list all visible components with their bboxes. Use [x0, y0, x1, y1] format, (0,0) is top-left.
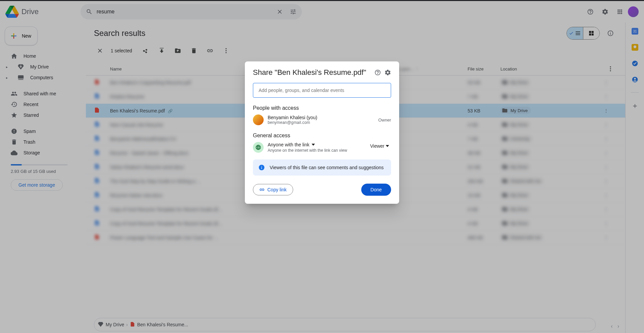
- general-access-label: General access: [253, 133, 391, 139]
- link-access-row: Anyone with the link Anyone on the inter…: [253, 142, 391, 153]
- owner-role: Owner: [378, 117, 391, 123]
- owner-name: Benyamin Khalesi (you): [268, 115, 317, 120]
- banner-text: Viewers of this file can see comments an…: [270, 165, 384, 170]
- owner-avatar: [253, 114, 264, 125]
- globe-icon: [253, 142, 264, 153]
- share-dialog: Share "Ben Khalesi's Resume.pdf" People …: [245, 61, 399, 204]
- people-section-label: People with access: [253, 105, 391, 111]
- gear-icon[interactable]: [384, 69, 391, 76]
- dialog-title: Share "Ben Khalesi's Resume.pdf": [253, 68, 371, 77]
- add-people-input-wrap: [253, 83, 391, 98]
- link-scope-detail: Anyone on the internet with the link can…: [268, 148, 364, 153]
- copy-link-button[interactable]: Copy link: [253, 184, 293, 195]
- help-icon[interactable]: [374, 69, 381, 76]
- link-scope-dropdown[interactable]: Anyone with the link: [268, 142, 315, 147]
- owner-row: Benyamin Khalesi (you) benymean@gmail.co…: [253, 114, 391, 125]
- add-people-input[interactable]: [258, 87, 386, 93]
- modal-scrim[interactable]: Share "Ben Khalesi's Resume.pdf" People …: [0, 1, 644, 333]
- link-role-dropdown[interactable]: Viewer: [368, 142, 391, 150]
- done-button[interactable]: Done: [361, 184, 391, 196]
- owner-email: benymean@gmail.com: [268, 120, 317, 125]
- viewer-comment-info-banner: Viewers of this file can see comments an…: [253, 159, 391, 176]
